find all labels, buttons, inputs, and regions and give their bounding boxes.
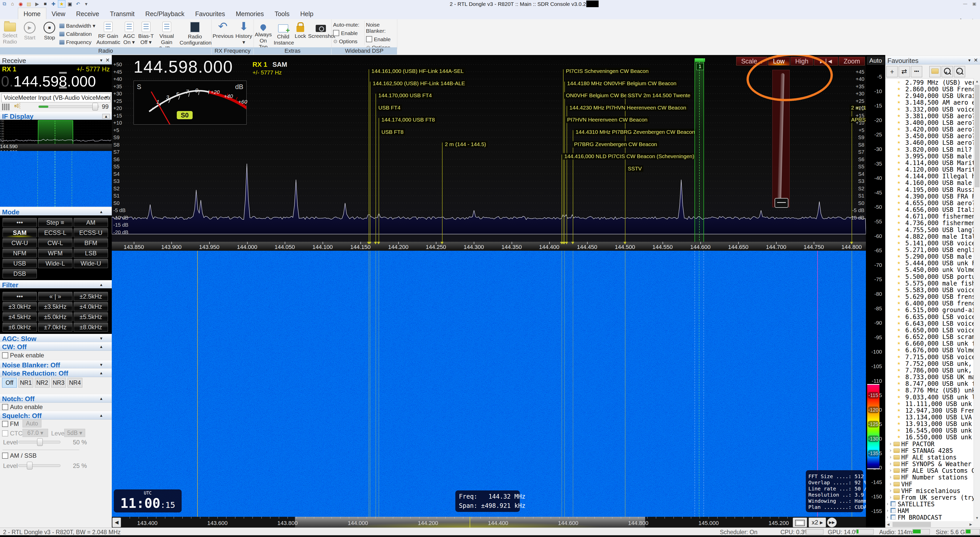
tab-transmit[interactable]: Transmit xyxy=(105,8,140,20)
favourite-item[interactable]: ★8.747,000 USB unk fisher, xyxy=(885,380,974,387)
auto-enable-checkbox[interactable]: Auto enable xyxy=(2,403,43,411)
chevron-down-icon[interactable]: ▼ xyxy=(99,58,103,62)
filter-button[interactable]: ±5.5kHz xyxy=(74,312,108,322)
tab-memories[interactable]: Memories xyxy=(231,8,269,20)
frequency-display[interactable]: 0.144.598.000 xyxy=(1,73,96,90)
am-ssb-checkbox[interactable]: AM / SSB xyxy=(2,452,37,459)
favourite-item[interactable]: ★3.820,000 LSB mil? english xyxy=(885,146,974,153)
expand-icon[interactable]: ▼ xyxy=(99,363,103,367)
collapse-icon[interactable]: ▲ xyxy=(99,413,103,417)
favourite-item[interactable]: ★7.786,000 USB unk, very we xyxy=(885,367,974,373)
bandwidth-button[interactable]: Bandwidth ▾ xyxy=(59,22,95,30)
stop-button[interactable]: ■ Stop xyxy=(40,21,59,41)
select-radio-button[interactable]: SelectRadio xyxy=(0,21,20,45)
favourite-item[interactable]: ★5.271,000 USB english xyxy=(885,246,974,253)
filter-button[interactable]: ±4.0kHz xyxy=(74,302,108,311)
undo-icon[interactable]: ↶ xyxy=(75,0,81,7)
mode-button-ecssl[interactable]: ECSS-L xyxy=(38,228,72,237)
nr-button-nr1[interactable]: NR1 xyxy=(18,378,33,387)
favourite-item[interactable]: ★2.799 MHz (USB) very weak xyxy=(885,79,974,86)
favourites-folder[interactable]: ›HF SYNOPS & Weather Services xyxy=(885,461,974,467)
close-icon[interactable]: ✕ xyxy=(105,57,110,63)
auto-mute-enable-checkbox[interactable]: Enable xyxy=(333,30,363,36)
history-button[interactable]: ⬇ History▾ xyxy=(234,21,253,45)
equalizer-icon[interactable] xyxy=(2,104,10,110)
favourite-item[interactable]: ★5.575,000 male fisher? xyxy=(885,280,974,287)
auto-mute-options-button[interactable]: ⚙Options xyxy=(333,38,363,45)
favourite-item[interactable]: ★12.947,300 USB French xyxy=(885,407,974,414)
mode-button-sam[interactable]: SAM xyxy=(3,228,37,237)
favourite-item[interactable]: ★5.290,000 USB male unk xyxy=(885,253,974,260)
home-icon[interactable]: ⌂ xyxy=(9,0,16,7)
mode-button-cwl[interactable]: CW-L xyxy=(38,239,72,248)
favourite-item[interactable]: ★5.583,000 USB voice female xyxy=(885,287,974,293)
mode-button-nfm[interactable]: NFM xyxy=(3,249,37,258)
horizontal-scrollbar[interactable]: ◀ ▶ xyxy=(885,521,974,527)
favourite-item[interactable]: ★4.160,000 USB male Spanish xyxy=(885,179,974,186)
peak-enable-checkbox[interactable]: Peak enable xyxy=(2,352,44,359)
collapse-icon[interactable]: ▲ xyxy=(99,210,103,214)
rf-gain-button[interactable]: RF GainAutomatic ▾ xyxy=(95,21,121,51)
zoom-button[interactable]: Zoom xyxy=(839,57,865,65)
favourite-item[interactable]: ★16.550,000 USB unk male vo xyxy=(885,433,974,440)
always-on-top-button[interactable]: AlwaysOn Top xyxy=(254,21,273,50)
help-lifering-icon[interactable]: ◉ xyxy=(18,0,24,7)
band-navigator[interactable]: 143.400143.600143.800144.000144.200144.4… xyxy=(112,517,866,527)
favourite-item[interactable]: ★4.655,000 USB aero? French xyxy=(885,199,974,206)
add-favourite-button[interactable]: ＋ xyxy=(886,66,897,77)
tab-receive[interactable]: Receive xyxy=(71,8,104,20)
mode-button-step[interactable]: Step ≡ xyxy=(38,218,72,227)
filter-button[interactable]: ±3.5kHz xyxy=(38,302,72,311)
filter-button[interactable]: ±5.0kHz xyxy=(38,312,72,322)
scroll-left-icon[interactable]: ◀ xyxy=(887,523,889,526)
favourite-item[interactable]: ★6.635,000 LSB voice Belgia xyxy=(885,313,974,320)
expand-icon[interactable]: ▼ xyxy=(99,336,103,341)
favourite-item[interactable]: ★5.500,000 USB portugese? xyxy=(885,273,974,280)
volume-slider[interactable] xyxy=(38,105,99,108)
favourites-folder[interactable]: ›HF PACTOR xyxy=(885,441,974,447)
lock-button[interactable]: Lock xyxy=(294,21,307,39)
favourite-item[interactable]: ★7.715,000 USB voice spanis xyxy=(885,354,974,360)
favourite-item[interactable]: ★4.656,000 USB Italian? xyxy=(885,206,974,213)
audio-device-select[interactable]: VoiceMeeter Input (VB-Audio VoiceMeeter … xyxy=(2,93,110,102)
if-waterfall[interactable] xyxy=(0,151,112,207)
app-icon[interactable]: ⧉ xyxy=(1,0,8,7)
tab-home[interactable]: Home xyxy=(18,8,46,20)
favourites-folder[interactable]: ›VHF xyxy=(885,481,974,488)
favourite-item[interactable]: ★5.444,000 USB unk French xyxy=(885,260,974,266)
if-spectrum[interactable]: +50+50+40+40+30+30+20+20+10+10S9S9S7S7S5… xyxy=(0,120,112,144)
favourite-item[interactable]: ★6.400,000 USB french xyxy=(885,300,974,306)
bias-t-button[interactable]: Bias-TOff ▾ xyxy=(137,21,155,45)
favourite-item[interactable]: ★6.650,000 LSB voice Frensh xyxy=(885,327,974,333)
filter-button[interactable]: « | » xyxy=(38,292,72,301)
favourite-item[interactable]: ★6.643,000 LSB voice xyxy=(885,320,974,327)
mode-button-usb[interactable]: USB xyxy=(3,259,37,268)
favourite-item[interactable]: ★6.676,000 USB Volmet male xyxy=(885,347,974,353)
tab-view[interactable]: View xyxy=(46,8,71,20)
visual-gain-button[interactable]: Visual Gain0 dB ▾ xyxy=(155,21,178,51)
squelch-level-slider[interactable] xyxy=(18,441,60,443)
mode-button-ecssu[interactable]: ECSS-U xyxy=(74,228,108,237)
child-instance-button[interactable]: ChildInstance xyxy=(273,21,294,46)
start-button[interactable]: ▶ Start xyxy=(20,21,40,41)
favourites-folder[interactable]: ›From UK servers (try) xyxy=(885,494,974,501)
mode-button-wideu[interactable]: Wide-U xyxy=(74,259,108,268)
filter-button[interactable]: ±6.0kHz xyxy=(3,323,37,332)
waterfall-display[interactable]: UTC 11:00:15 Freq: 144.32 MHz Span: ±498… xyxy=(112,251,866,517)
mode-button-bfm[interactable]: BFM xyxy=(74,239,108,248)
favourite-item[interactable]: ★4.736,000 fishermen? xyxy=(885,220,974,226)
mode-button-wfm[interactable]: WFM xyxy=(38,249,72,258)
favourite-item[interactable]: ★9.033,400 USB unk language xyxy=(885,394,974,400)
spectrum-display[interactable]: 144.598.000 RX 1 SAM +/- 5777 Hz S dB 13… xyxy=(112,55,866,251)
scrollbar-thumb[interactable] xyxy=(892,522,931,527)
favourite-item[interactable]: ★2.860,000 USB French SAR? xyxy=(885,86,974,92)
favourite-star-icon[interactable]: ★ xyxy=(58,0,65,7)
folder-icon[interactable]: ▤ xyxy=(25,0,32,7)
ctcss-level-select[interactable]: 5dB ▾ xyxy=(64,429,85,437)
favourites-folder[interactable]: ›HF ALE stations xyxy=(885,454,974,461)
favourite-item[interactable]: ★3.420,000 USB aero? Spanis xyxy=(885,126,974,132)
tab-rec-playback[interactable]: Rec/Playback xyxy=(140,8,190,20)
speaker-icon[interactable]: 🕬 xyxy=(14,102,21,110)
scroll-up-icon[interactable]: ▲ xyxy=(975,79,979,83)
play-icon[interactable]: ▶ xyxy=(34,0,40,7)
